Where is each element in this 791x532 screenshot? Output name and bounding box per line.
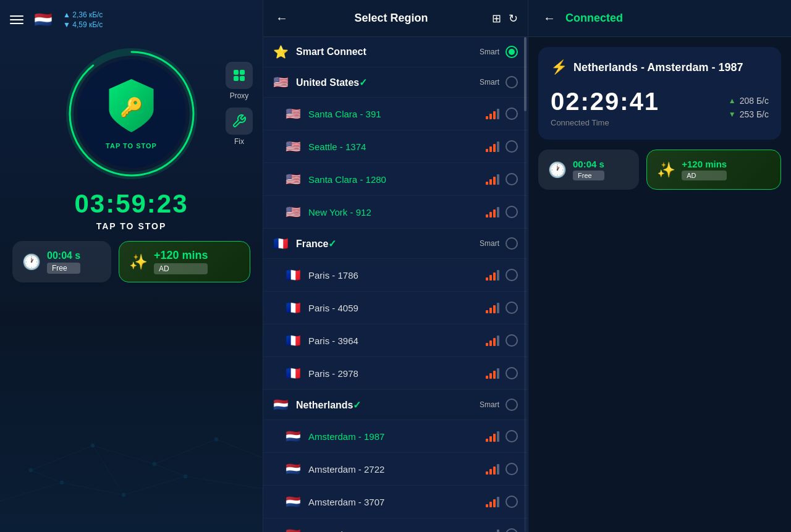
bottom-buttons: 🕐 00:04 s Free ✨ +120 mins AD: [0, 241, 263, 282]
proxy-fix-container: Proxy Fix: [226, 62, 253, 146]
region-item-paris-4059[interactable]: 🇫🇷Paris - 4059: [263, 292, 528, 324]
connected-location: ⚡ Netherlands - Amsterdam - 1987: [551, 59, 769, 75]
region-list[interactable]: ⭐Smart ConnectSmart🇺🇸United States✓Smart…: [263, 37, 528, 532]
name-santa-clara-391: Santa Clara - 391: [308, 109, 486, 119]
radio-france[interactable]: [505, 237, 518, 250]
region-item-amsterdam-3707[interactable]: 🇳🇱Amsterdam - 3707: [263, 486, 528, 518]
free-timer-button[interactable]: 🕐 00:04 s Free: [12, 241, 111, 282]
region-item-smart-connect[interactable]: ⭐Smart ConnectSmart: [263, 37, 528, 67]
region-item-santa-clara-1280[interactable]: 🇺🇸Santa Clara - 1280: [263, 163, 528, 196]
svg-line-6: [124, 476, 185, 495]
region-item-paris-2978[interactable]: 🇫🇷Paris - 2978: [263, 357, 528, 390]
download-stat: ▼ 253 Б/с: [729, 109, 769, 119]
radio-amsterdam-3917[interactable]: [505, 528, 518, 532]
right-free-button[interactable]: 🕐 00:04 s Free: [538, 150, 639, 190]
radio-santa-clara-1280[interactable]: [505, 173, 518, 185]
svg-rect-19: [240, 70, 245, 75]
svg-text:🔑: 🔑: [120, 96, 143, 119]
ad-badge: AD: [154, 263, 208, 274]
region-item-france[interactable]: 🇫🇷France✓Smart: [263, 229, 528, 259]
flag-paris-1786: 🇫🇷: [286, 268, 301, 282]
region-item-santa-clara-391[interactable]: 🇺🇸Santa Clara - 391: [263, 98, 528, 130]
save-icon[interactable]: ⊞: [492, 12, 501, 25]
flag-amsterdam-3707: 🇳🇱: [286, 494, 301, 509]
connected-timer: 02:29:41: [551, 88, 659, 116]
signal-bars-amsterdam-3707: [486, 497, 499, 507]
radio-paris-2978[interactable]: [505, 367, 518, 379]
scrollbar-track[interactable]: [524, 37, 527, 532]
header-icons: ⊞ ↻: [492, 12, 518, 25]
tap-to-stop-inner-label: TAP TO STOP: [106, 142, 157, 150]
right-timer-emoji: 🕐: [548, 161, 567, 179]
region-item-amsterdam-3917[interactable]: 🇳🇱Amsterdam - 3917: [263, 518, 528, 532]
vpn-circle[interactable]: 🔑 TAP TO STOP: [64, 46, 200, 182]
proxy-button[interactable]: Proxy: [226, 62, 253, 100]
free-badge: Free: [47, 263, 80, 274]
download-arrow: ▼: [729, 110, 736, 119]
radio-seattle-1374[interactable]: [505, 140, 518, 153]
region-item-netherlands[interactable]: 🇳🇱Netherlands✓Smart: [263, 390, 528, 420]
smart-badge-netherlands: Smart: [480, 400, 499, 409]
flag-santa-clara-1280: 🇺🇸: [286, 172, 301, 187]
fix-svg-icon: [232, 114, 247, 129]
svg-line-1: [93, 445, 154, 464]
right-back-button[interactable]: ←: [541, 9, 558, 28]
flag-united-states: 🇺🇸: [273, 75, 289, 90]
svg-point-12: [91, 444, 95, 447]
radio-netherlands[interactable]: [505, 399, 518, 411]
radio-new-york-912[interactable]: [505, 206, 518, 218]
region-item-seattle-1374[interactable]: 🇺🇸Seattle - 1374: [263, 130, 528, 163]
middle-panel: ← Select Region ⊞ ↻ ⭐Smart ConnectSmart🇺…: [263, 0, 528, 532]
region-item-new-york-912[interactable]: 🇺🇸New York - 912: [263, 196, 528, 229]
star-emoji: ✨: [129, 253, 148, 271]
radio-amsterdam-1987[interactable]: [505, 430, 518, 442]
middle-header: ← Select Region ⊞ ↻: [263, 0, 528, 37]
region-item-united-states[interactable]: 🇺🇸United States✓Smart: [263, 67, 528, 98]
name-amsterdam-3917: Amsterdam - 3917: [308, 530, 486, 533]
name-paris-4059: Paris - 4059: [308, 303, 486, 313]
scrollbar-thumb[interactable]: [524, 37, 527, 111]
main-timer: 03:59:23: [74, 189, 188, 219]
radio-paris-1786[interactable]: [505, 269, 518, 281]
radio-smart-connect[interactable]: [505, 46, 518, 58]
network-background: [0, 408, 263, 532]
check-icon-netherlands: ✓: [353, 400, 361, 410]
upload-speed: ▲ 2,36 кБ/с: [63, 11, 103, 19]
upload-arrow: ▲: [729, 96, 736, 105]
flag-france: 🇫🇷: [273, 236, 289, 251]
signal-bars-santa-clara-391: [486, 109, 499, 119]
radio-united-states[interactable]: [505, 76, 518, 88]
radio-paris-4059[interactable]: [505, 302, 518, 314]
region-item-amsterdam-1987[interactable]: 🇳🇱Amsterdam - 1987: [263, 420, 528, 453]
region-item-paris-3964[interactable]: 🇫🇷Paris - 3964: [263, 324, 528, 357]
fix-button[interactable]: Fix: [226, 108, 253, 146]
back-button[interactable]: ←: [273, 9, 290, 28]
download-speed: ▼ 4,59 кБ/с: [63, 20, 103, 29]
ad-button[interactable]: ✨ +120 mins AD: [119, 241, 250, 282]
region-item-paris-1786[interactable]: 🇫🇷Paris - 1786: [263, 259, 528, 292]
right-bottom-buttons: 🕐 00:04 s Free ✨ +120 mins AD: [538, 150, 781, 190]
radio-paris-3964[interactable]: [505, 334, 518, 347]
flag-seattle-1374: 🇺🇸: [286, 139, 301, 154]
radio-amsterdam-3707[interactable]: [505, 496, 518, 508]
proxy-label: Proxy: [230, 91, 249, 100]
svg-line-0: [31, 445, 93, 470]
name-amsterdam-2722: Amsterdam - 2722: [308, 464, 486, 475]
name-amsterdam-3707: Amsterdam - 3707: [308, 497, 486, 507]
svg-point-13: [153, 462, 156, 466]
region-item-amsterdam-2722[interactable]: 🇳🇱Amsterdam - 2722: [263, 453, 528, 486]
smart-badge-france: Smart: [480, 239, 499, 248]
menu-button[interactable]: [10, 15, 23, 24]
free-timer-value: 00:04 s: [47, 250, 80, 261]
right-ad-button[interactable]: ✨ +120 mins AD: [646, 150, 781, 190]
tap-to-stop-label[interactable]: TAP TO STOP: [96, 221, 167, 231]
refresh-icon[interactable]: ↻: [509, 12, 518, 25]
radio-santa-clara-391[interactable]: [505, 108, 518, 120]
svg-line-10: [154, 464, 185, 476]
right-ad-mins: +120 mins: [682, 159, 727, 169]
connection-flag: ⚡: [551, 59, 567, 75]
radio-amsterdam-2722[interactable]: [505, 463, 518, 475]
flag-netherlands: 🇳🇱: [273, 397, 289, 412]
shield-svg: 🔑: [107, 78, 156, 133]
svg-line-3: [216, 439, 263, 458]
